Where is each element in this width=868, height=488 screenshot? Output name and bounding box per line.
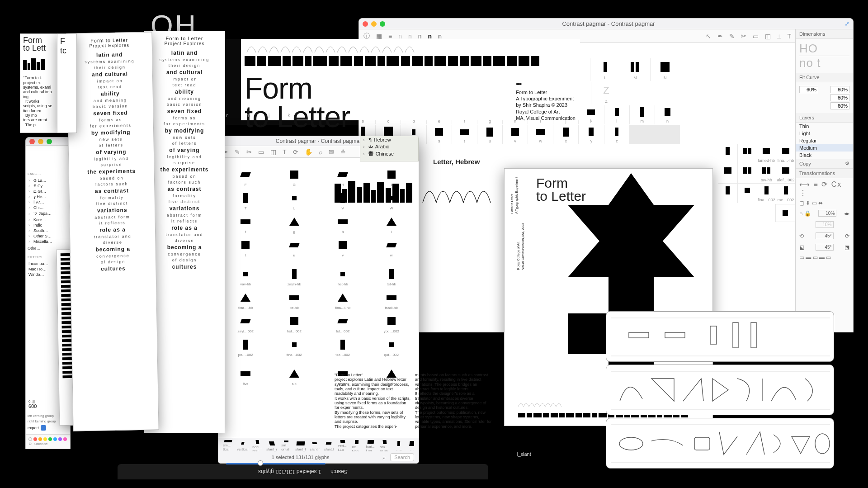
- gear-icon[interactable]: ⚙: [28, 442, 32, 446]
- ruler-tool-icon[interactable]: ⟂: [777, 33, 781, 40]
- pen-tool-icon[interactable]: ✒: [717, 33, 723, 40]
- glyph-cell[interactable]: w: [368, 238, 415, 257]
- lang-item[interactable]: Other S…: [26, 233, 70, 239]
- glyph-cell[interactable]: U: [271, 191, 318, 210]
- fitcurve-header[interactable]: Fit Curve: [796, 73, 853, 82]
- lang-item[interactable]: Kore…: [26, 217, 70, 223]
- scissors-icon[interactable]: ✂: [246, 148, 252, 156]
- scale2-field[interactable]: 10%: [816, 221, 834, 228]
- category-chip[interactable]: slant_l: [295, 440, 306, 451]
- glyph-cell[interactable]: z: [604, 125, 629, 144]
- glyph-cell[interactable]: vav-hb: [222, 267, 269, 286]
- close-icon[interactable]: [363, 21, 368, 27]
- knife-tool-icon[interactable]: ✂: [741, 33, 746, 40]
- glyph-cell[interactable]: x: [553, 125, 578, 144]
- export-row[interactable]: export: [28, 425, 46, 431]
- glyph-cell[interactable]: y: [579, 125, 604, 144]
- category-chip[interactable]: sm…al.up: [380, 440, 390, 451]
- glyph-cell[interactable]: fina…002: [271, 338, 318, 357]
- text-tool-icon[interactable]: T: [787, 33, 791, 40]
- category-chip[interactable]: hori…l.up: [366, 440, 376, 451]
- glyph-cell[interactable]: zayi…002: [222, 314, 269, 333]
- arrow-tool-icon[interactable]: ↖: [706, 33, 711, 40]
- layer-item[interactable]: Regular: [796, 137, 853, 144]
- layers-header[interactable]: Layers: [796, 113, 853, 123]
- glyph-cell[interactable]: tsadi-hb: [368, 291, 415, 310]
- glyph-cell[interactable]: [718, 144, 737, 164]
- lang-item[interactable]: South…: [26, 228, 70, 233]
- glyph-cell[interactable]: fina…002: [757, 184, 776, 203]
- dimensions-header[interactable]: Dimensions: [796, 29, 853, 39]
- layer-item-selected[interactable]: Medium: [796, 144, 853, 152]
- lang-item[interactable]: ץ He…: [26, 194, 70, 199]
- lang-item[interactable]: Ω Gr…: [26, 189, 70, 194]
- lang-item[interactable]: 書Chinese: [360, 150, 418, 157]
- glyph-cell[interactable]: yod…002: [368, 314, 415, 333]
- lang-item[interactable]: Chi…: [26, 205, 70, 210]
- glyph-cell[interactable]: fina…-hb: [222, 291, 269, 310]
- layer-item[interactable]: Thin: [796, 123, 853, 130]
- titlebar-left[interactable]: [26, 137, 70, 146]
- lang-item[interactable]: Indic: [26, 223, 70, 228]
- glyph-cell[interactable]: fina…-hb: [776, 144, 795, 164]
- lang-item[interactable]: G La…: [26, 178, 70, 183]
- rotate-cw-icon[interactable]: ⟳: [845, 233, 849, 239]
- glyph-cell[interactable]: pe-…002: [222, 338, 269, 357]
- lock-icon[interactable]: ⌂ 🔒: [799, 210, 811, 217]
- search-icon[interactable]: ⌕: [382, 455, 386, 460]
- category-chip[interactable]: …..: [408, 440, 414, 451]
- lang-item[interactable]: ףHebrew: [360, 136, 418, 143]
- glyph-cell[interactable]: v: [503, 125, 528, 144]
- gear-icon[interactable]: ⚙: [845, 161, 849, 166]
- glyph-cell[interactable]: het…002: [271, 314, 318, 333]
- rect-tool-icon[interactable]: ▭: [753, 33, 759, 40]
- glyph-cell[interactable]: u: [271, 238, 318, 257]
- category-chip[interactable]: sm…tical: [223, 440, 233, 451]
- glyph-cell[interactable]: lamed-hb: [757, 144, 776, 164]
- glyph-cell[interactable]: tet…002: [319, 314, 367, 333]
- glyph-cell[interactable]: s: [427, 125, 452, 144]
- glyph-cell[interactable]: fina…i-hb: [319, 291, 367, 310]
- mail-icon[interactable]: ✉: [329, 148, 334, 156]
- category-chip[interactable]: …..: [394, 440, 404, 451]
- crop-tool-icon[interactable]: ◫: [765, 33, 771, 40]
- glyph-cell[interactable]: G: [271, 168, 318, 187]
- glyph-cell[interactable]: me…002: [776, 184, 795, 203]
- glyph-cell[interactable]: [738, 144, 757, 164]
- glyph-cell[interactable]: het-hb: [319, 267, 367, 286]
- glyph-cell[interactable]: i: [368, 215, 415, 234]
- export-toggle[interactable]: [41, 425, 46, 431]
- glyph-cell[interactable]: tsa…002: [319, 338, 367, 357]
- glyph-cell[interactable]: qof…002: [368, 338, 415, 357]
- pencil-icon[interactable]: ✎: [235, 148, 240, 156]
- rotate-icon[interactable]: ⟲: [799, 233, 804, 239]
- glyph-cell[interactable]: five: [222, 367, 269, 386]
- lang-item[interactable]: ثArabic: [360, 143, 418, 150]
- glyph-cell[interactable]: [738, 164, 757, 184]
- glyph-cell[interactable]: six: [271, 367, 318, 386]
- category-chip[interactable]: vertical: [237, 440, 248, 451]
- glyph-cell[interactable]: [718, 184, 737, 203]
- copy-header[interactable]: Copy ⚙: [796, 159, 853, 169]
- glyph-cell[interactable]: [718, 164, 737, 184]
- slider-icon[interactable]: ≛: [340, 148, 346, 156]
- category-chip[interactable]: slant_r: [266, 440, 277, 451]
- text-icon[interactable]: T: [283, 148, 287, 156]
- hand-icon[interactable]: ✋: [305, 148, 312, 156]
- skew2-icon[interactable]: ⬔: [844, 244, 849, 251]
- zoom-slider[interactable]: [226, 462, 326, 465]
- glyph-cell[interactable]: t: [452, 125, 477, 144]
- glyph-cell[interactable]: k: [579, 105, 604, 124]
- pencil-tool-icon[interactable]: ✎: [729, 33, 735, 40]
- fit-v1[interactable]: [799, 86, 818, 93]
- glyph-cell[interactable]: zayin-hb: [271, 267, 318, 286]
- glyph-cell[interactable]: pe-hb: [271, 291, 318, 310]
- glyph-cell[interactable]: L: [590, 58, 620, 81]
- expand-icon[interactable]: ⤢: [844, 20, 849, 27]
- crop-icon[interactable]: ◫: [270, 148, 276, 156]
- glyph-cell[interactable]: F: [222, 168, 269, 187]
- category-chip[interactable]: vert…l.Lo: [338, 440, 348, 451]
- glyph-cell[interactable]: u: [477, 125, 502, 144]
- search-input[interactable]: Search: [390, 453, 414, 461]
- glyph-cell[interactable]: n: [655, 105, 680, 124]
